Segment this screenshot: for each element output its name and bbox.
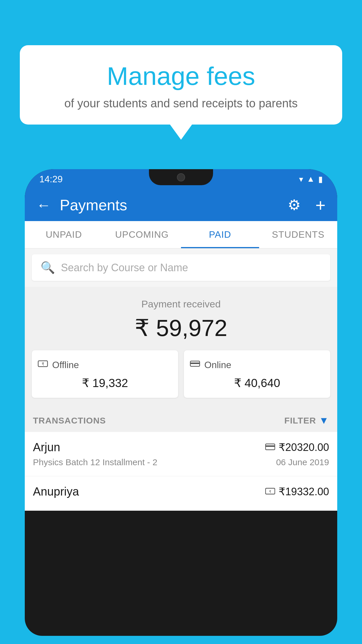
- svg-rect-3: [190, 363, 200, 364]
- transaction-name: Anupriya: [33, 485, 79, 498]
- tab-upcoming[interactable]: UPCOMING: [103, 221, 181, 248]
- settings-icon[interactable]: ⚙: [288, 197, 301, 214]
- status-time: 14:29: [39, 174, 63, 185]
- bubble-subtitle: of your students and send receipts to pa…: [37, 97, 325, 110]
- total-payment-amount: ₹ 59,972: [32, 314, 330, 342]
- transaction-row-top: Arjun ₹20320.00: [33, 441, 329, 454]
- tab-unpaid[interactable]: UNPAID: [25, 221, 103, 248]
- transaction-item[interactable]: Anupriya ₹ ₹19332.00: [25, 476, 337, 511]
- transactions-label: TRANSACTIONS: [33, 416, 106, 426]
- search-icon: 🔍: [41, 261, 55, 274]
- offline-payment-card: ₹ Offline ₹ 19,332: [32, 350, 178, 398]
- svg-rect-5: [266, 445, 275, 447]
- tabs: UNPAID UPCOMING PAID STUDENTS: [25, 221, 337, 249]
- transaction-course: Physics Batch 12 Installment - 2: [33, 457, 157, 467]
- app-bar: ← Payments ⚙ +: [25, 189, 337, 221]
- search-bar[interactable]: 🔍 Search by Course or Name: [32, 254, 330, 281]
- transaction-amount-wrap: ₹20320.00: [265, 441, 329, 454]
- speech-bubble-container: Manage fees of your students and send re…: [20, 45, 342, 125]
- status-icons: ▾ ▲ ▮: [299, 174, 323, 184]
- payment-received-label: Payment received: [32, 298, 330, 310]
- offline-amount: ₹ 19,332: [38, 376, 172, 390]
- phone-container: 14:29 ▾ ▲ ▮ ← Payments ⚙ + UNPAID UPCOMI…: [25, 169, 337, 644]
- transaction-row-top: Anupriya ₹ ₹19332.00: [33, 485, 329, 498]
- transaction-name: Arjun: [33, 441, 60, 454]
- add-button[interactable]: +: [315, 195, 326, 215]
- transaction-row-bottom: Physics Batch 12 Installment - 2 06 June…: [33, 457, 329, 467]
- search-placeholder: Search by Course or Name: [61, 262, 188, 274]
- speech-bubble: Manage fees of your students and send re…: [20, 45, 342, 125]
- bubble-title: Manage fees: [37, 61, 325, 91]
- transactions-header: TRANSACTIONS FILTER ▼: [25, 407, 337, 432]
- svg-text:₹: ₹: [42, 362, 44, 366]
- filter-icon: ▼: [319, 415, 329, 426]
- offline-icon: ₹: [38, 358, 48, 372]
- filter-label: FILTER: [284, 416, 316, 426]
- transaction-item[interactable]: Arjun ₹20320.00 Physics: [25, 432, 337, 476]
- payment-cards: ₹ Offline ₹ 19,332: [32, 350, 330, 398]
- phone-notch: [149, 169, 213, 185]
- transaction-amount: ₹19332.00: [279, 486, 329, 498]
- online-icon: [190, 358, 200, 372]
- tab-paid[interactable]: PAID: [181, 221, 259, 248]
- online-payment-card: Online ₹ 40,640: [184, 350, 330, 398]
- transaction-date: 06 June 2019: [276, 457, 329, 467]
- online-card-header: Online: [190, 358, 324, 372]
- offline-label: Offline: [52, 360, 79, 370]
- online-amount: ₹ 40,640: [190, 376, 324, 390]
- battery-icon: ▮: [318, 174, 323, 184]
- transaction-offline-icon: ₹: [265, 486, 275, 497]
- phone-screen: 🔍 Search by Course or Name Payment recei…: [25, 249, 337, 511]
- camera: [177, 173, 185, 181]
- transaction-list: Arjun ₹20320.00 Physics: [25, 432, 337, 511]
- back-button[interactable]: ←: [36, 197, 51, 214]
- tab-students[interactable]: STUDENTS: [259, 221, 337, 248]
- app-title: Payments: [60, 196, 288, 214]
- phone-frame: 14:29 ▾ ▲ ▮ ← Payments ⚙ + UNPAID UPCOMI…: [25, 169, 337, 636]
- offline-card-header: ₹ Offline: [38, 358, 172, 372]
- online-label: Online: [204, 360, 231, 370]
- transaction-amount-wrap: ₹ ₹19332.00: [265, 486, 329, 498]
- filter-button[interactable]: FILTER ▼: [284, 415, 329, 426]
- svg-text:₹: ₹: [269, 490, 271, 494]
- transaction-online-icon: [265, 442, 275, 453]
- transaction-amount: ₹20320.00: [279, 441, 329, 454]
- signal-icon: ▲: [307, 174, 315, 184]
- payment-summary: Payment received ₹ 59,972 ₹: [25, 287, 337, 407]
- wifi-icon: ▾: [299, 174, 303, 184]
